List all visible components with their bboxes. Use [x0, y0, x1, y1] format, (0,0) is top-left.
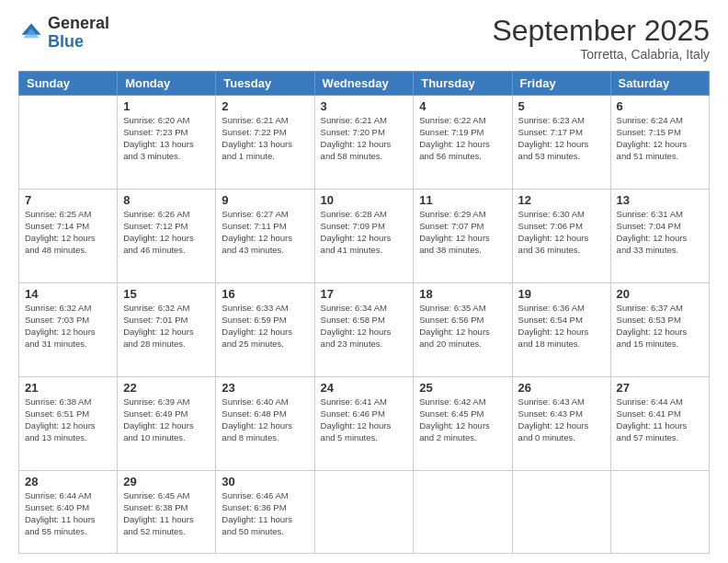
calendar-cell: 19Sunrise: 6:36 AM Sunset: 6:54 PM Dayli… — [512, 283, 610, 377]
calendar-cell: 30Sunrise: 6:46 AM Sunset: 6:36 PM Dayli… — [216, 471, 314, 554]
weekday-header-friday: Friday — [512, 72, 610, 96]
day-number: 16 — [222, 287, 308, 301]
day-info: Sunrise: 6:27 AM Sunset: 7:11 PM Dayligh… — [222, 209, 308, 256]
calendar-cell: 21Sunrise: 6:38 AM Sunset: 6:51 PM Dayli… — [19, 377, 118, 471]
week-row-3: 21Sunrise: 6:38 AM Sunset: 6:51 PM Dayli… — [19, 377, 710, 471]
day-info: Sunrise: 6:34 AM Sunset: 6:58 PM Dayligh… — [321, 303, 408, 350]
weekday-header-sunday: Sunday — [19, 72, 118, 96]
month-title: September 2025 — [492, 15, 710, 47]
day-info: Sunrise: 6:43 AM Sunset: 6:43 PM Dayligh… — [518, 396, 605, 443]
calendar-cell: 29Sunrise: 6:45 AM Sunset: 6:38 PM Dayli… — [118, 471, 216, 554]
calendar-cell: 4Sunrise: 6:22 AM Sunset: 7:19 PM Daylig… — [414, 96, 512, 190]
day-info: Sunrise: 6:39 AM Sunset: 6:49 PM Dayligh… — [123, 396, 210, 443]
day-info: Sunrise: 6:21 AM Sunset: 7:20 PM Dayligh… — [321, 115, 408, 162]
day-info: Sunrise: 6:41 AM Sunset: 6:46 PM Dayligh… — [321, 396, 408, 443]
calendar: SundayMondayTuesdayWednesdayThursdayFrid… — [18, 71, 710, 554]
day-number: 7 — [25, 193, 111, 207]
logo: General Blue — [18, 15, 109, 52]
day-number: 29 — [123, 475, 210, 488]
calendar-cell: 16Sunrise: 6:33 AM Sunset: 6:59 PM Dayli… — [216, 283, 314, 377]
weekday-header-monday: Monday — [118, 72, 216, 96]
day-info: Sunrise: 6:44 AM Sunset: 6:40 PM Dayligh… — [25, 490, 111, 537]
day-number: 28 — [25, 475, 111, 488]
calendar-cell: 3Sunrise: 6:21 AM Sunset: 7:20 PM Daylig… — [314, 96, 414, 190]
day-info: Sunrise: 6:38 AM Sunset: 6:51 PM Dayligh… — [25, 396, 111, 443]
day-number: 4 — [419, 99, 506, 113]
day-number: 1 — [123, 99, 210, 113]
day-info: Sunrise: 6:24 AM Sunset: 7:15 PM Dayligh… — [617, 115, 703, 162]
calendar-cell: 14Sunrise: 6:32 AM Sunset: 7:03 PM Dayli… — [19, 283, 118, 377]
calendar-cell: 6Sunrise: 6:24 AM Sunset: 7:15 PM Daylig… — [610, 96, 709, 190]
calendar-cell — [414, 471, 512, 554]
calendar-cell: 9Sunrise: 6:27 AM Sunset: 7:11 PM Daylig… — [216, 190, 314, 283]
calendar-cell: 1Sunrise: 6:20 AM Sunset: 7:23 PM Daylig… — [118, 96, 216, 190]
day-number: 2 — [222, 99, 308, 113]
day-number: 14 — [25, 287, 111, 301]
day-info: Sunrise: 6:36 AM Sunset: 6:54 PM Dayligh… — [518, 303, 605, 350]
calendar-cell — [19, 96, 118, 190]
day-number: 20 — [617, 287, 703, 301]
weekday-header-row: SundayMondayTuesdayWednesdayThursdayFrid… — [19, 72, 710, 96]
calendar-cell: 22Sunrise: 6:39 AM Sunset: 6:49 PM Dayli… — [118, 377, 216, 471]
day-number: 3 — [321, 99, 408, 113]
day-number: 11 — [419, 193, 506, 207]
week-row-1: 7Sunrise: 6:25 AM Sunset: 7:14 PM Daylig… — [19, 190, 710, 283]
calendar-cell: 20Sunrise: 6:37 AM Sunset: 6:53 PM Dayli… — [610, 283, 709, 377]
day-number: 25 — [419, 381, 506, 395]
day-info: Sunrise: 6:31 AM Sunset: 7:04 PM Dayligh… — [617, 209, 703, 256]
day-number: 8 — [123, 193, 210, 207]
day-info: Sunrise: 6:21 AM Sunset: 7:22 PM Dayligh… — [222, 115, 308, 162]
day-info: Sunrise: 6:20 AM Sunset: 7:23 PM Dayligh… — [123, 115, 210, 162]
day-info: Sunrise: 6:37 AM Sunset: 6:53 PM Dayligh… — [617, 303, 703, 350]
day-info: Sunrise: 6:44 AM Sunset: 6:41 PM Dayligh… — [617, 396, 703, 443]
day-info: Sunrise: 6:23 AM Sunset: 7:17 PM Dayligh… — [518, 115, 605, 162]
calendar-cell — [512, 471, 610, 554]
day-info: Sunrise: 6:32 AM Sunset: 7:01 PM Dayligh… — [123, 303, 210, 350]
calendar-cell: 23Sunrise: 6:40 AM Sunset: 6:48 PM Dayli… — [216, 377, 314, 471]
day-number: 13 — [617, 193, 703, 207]
day-number: 17 — [321, 287, 408, 301]
day-number: 27 — [617, 381, 703, 395]
logo-general-text: General — [48, 14, 109, 32]
calendar-cell: 27Sunrise: 6:44 AM Sunset: 6:41 PM Dayli… — [610, 377, 709, 471]
calendar-cell: 5Sunrise: 6:23 AM Sunset: 7:17 PM Daylig… — [512, 96, 610, 190]
day-number: 5 — [518, 99, 605, 113]
day-number: 6 — [617, 99, 703, 113]
day-info: Sunrise: 6:26 AM Sunset: 7:12 PM Dayligh… — [123, 209, 210, 256]
title-block: September 2025 Torretta, Calabria, Italy — [492, 15, 710, 62]
calendar-cell: 13Sunrise: 6:31 AM Sunset: 7:04 PM Dayli… — [610, 190, 709, 283]
day-number: 9 — [222, 193, 308, 207]
calendar-cell: 26Sunrise: 6:43 AM Sunset: 6:43 PM Dayli… — [512, 377, 610, 471]
day-number: 23 — [222, 381, 308, 395]
calendar-cell: 11Sunrise: 6:29 AM Sunset: 7:07 PM Dayli… — [414, 190, 512, 283]
logo-blue-text: Blue — [48, 32, 84, 51]
logo-icon — [18, 20, 44, 46]
day-info: Sunrise: 6:42 AM Sunset: 6:45 PM Dayligh… — [419, 396, 506, 443]
day-number: 15 — [123, 287, 210, 301]
calendar-cell: 17Sunrise: 6:34 AM Sunset: 6:58 PM Dayli… — [314, 283, 414, 377]
calendar-cell: 7Sunrise: 6:25 AM Sunset: 7:14 PM Daylig… — [19, 190, 118, 283]
calendar-cell: 15Sunrise: 6:32 AM Sunset: 7:01 PM Dayli… — [118, 283, 216, 377]
day-info: Sunrise: 6:46 AM Sunset: 6:36 PM Dayligh… — [222, 490, 308, 537]
day-number: 21 — [25, 381, 111, 395]
day-info: Sunrise: 6:25 AM Sunset: 7:14 PM Dayligh… — [25, 209, 111, 256]
week-row-0: 1Sunrise: 6:20 AM Sunset: 7:23 PM Daylig… — [19, 96, 710, 190]
day-number: 24 — [321, 381, 408, 395]
calendar-cell: 8Sunrise: 6:26 AM Sunset: 7:12 PM Daylig… — [118, 190, 216, 283]
day-info: Sunrise: 6:40 AM Sunset: 6:48 PM Dayligh… — [222, 396, 308, 443]
day-info: Sunrise: 6:30 AM Sunset: 7:06 PM Dayligh… — [518, 209, 605, 256]
weekday-header-wednesday: Wednesday — [314, 72, 414, 96]
calendar-cell: 25Sunrise: 6:42 AM Sunset: 6:45 PM Dayli… — [414, 377, 512, 471]
header: General Blue September 2025 Torretta, Ca… — [18, 15, 710, 62]
weekday-header-thursday: Thursday — [414, 72, 512, 96]
calendar-cell: 10Sunrise: 6:28 AM Sunset: 7:09 PM Dayli… — [314, 190, 414, 283]
day-info: Sunrise: 6:45 AM Sunset: 6:38 PM Dayligh… — [123, 490, 210, 537]
calendar-cell — [610, 471, 709, 554]
day-info: Sunrise: 6:35 AM Sunset: 6:56 PM Dayligh… — [419, 303, 506, 350]
week-row-2: 14Sunrise: 6:32 AM Sunset: 7:03 PM Dayli… — [19, 283, 710, 377]
day-number: 26 — [518, 381, 605, 395]
day-number: 12 — [518, 193, 605, 207]
calendar-cell — [314, 471, 414, 554]
day-info: Sunrise: 6:29 AM Sunset: 7:07 PM Dayligh… — [419, 209, 506, 256]
calendar-cell: 12Sunrise: 6:30 AM Sunset: 7:06 PM Dayli… — [512, 190, 610, 283]
